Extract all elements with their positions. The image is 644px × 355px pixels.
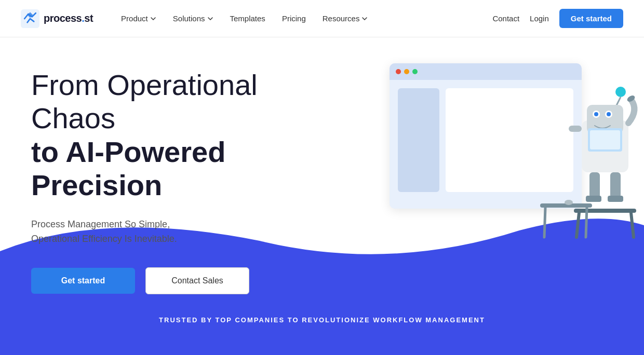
nav-product-label: Product (121, 14, 148, 23)
hero-title-line1: From Operational Chaos (31, 69, 258, 134)
get-started-nav-button[interactable]: Get started (559, 9, 623, 28)
hero-title-line3: Precision (31, 169, 162, 201)
hero-subtitle: Process Management So Simple, Operationa… (31, 217, 322, 247)
svg-line-23 (586, 208, 587, 237)
chevron-down-icon (207, 16, 213, 22)
browser-dot-green (412, 69, 418, 74)
trusted-banner: TRUSTED BY TOP COMPANIES TO REVOLUTIONIZ… (0, 285, 644, 355)
nav-item-pricing[interactable]: Pricing (275, 10, 313, 27)
chevron-down-icon (150, 16, 156, 22)
hero-illustration (369, 53, 644, 307)
nav-resources-label: Resources (323, 14, 360, 23)
navigation: process.st Product Solutions Templates P… (0, 0, 644, 37)
nav-item-solutions[interactable]: Solutions (166, 10, 221, 27)
svg-rect-15 (610, 172, 621, 198)
hero-content: From Operational Chaos to AI-Powered Pre… (0, 37, 353, 294)
chevron-down-icon (361, 16, 368, 22)
login-link[interactable]: Login (530, 14, 549, 23)
svg-line-20 (631, 213, 634, 237)
nav-item-resources[interactable]: Resources (315, 10, 375, 27)
svg-line-22 (544, 208, 545, 237)
hero-title: From Operational Chaos to AI-Powered Pre… (31, 69, 322, 202)
nav-right: Contact Login Get started (492, 9, 623, 28)
svg-point-9 (607, 112, 611, 116)
nav-templates-label: Templates (230, 14, 265, 23)
svg-rect-18 (574, 209, 636, 213)
svg-rect-16 (586, 196, 601, 202)
hero-subtitle-line1: Process Management So Simple, (31, 219, 170, 229)
svg-point-8 (594, 112, 598, 116)
nav-solutions-label: Solutions (173, 14, 205, 23)
browser-sidebar-mock (398, 88, 439, 192)
robot-illustration (530, 84, 644, 240)
nav-item-product[interactable]: Product (114, 10, 164, 27)
svg-rect-10 (569, 126, 582, 132)
contact-link[interactable]: Contact (492, 14, 519, 23)
trusted-label: TRUSTED BY TOP COMPANIES TO REVOLUTIONIZ… (159, 316, 485, 324)
svg-point-24 (565, 200, 573, 205)
browser-dot-yellow (404, 69, 409, 74)
logo-wordmark: process.st (44, 12, 93, 24)
hero-subtitle-line2: Operational Efficiency Is Inevitable. (31, 234, 177, 244)
svg-rect-13 (590, 130, 620, 149)
svg-rect-17 (608, 196, 623, 202)
svg-rect-14 (589, 172, 600, 198)
nav-pricing-label: Pricing (282, 14, 306, 23)
browser-bar (390, 63, 582, 80)
logo[interactable]: process.st (21, 9, 93, 28)
svg-line-19 (576, 213, 579, 237)
logo-icon (21, 9, 39, 28)
hero-title-line2: to AI-Powered (31, 135, 225, 168)
hero-section: TRUSTED BY TOP COMPANIES TO REVOLUTIONIZ… (0, 37, 644, 355)
nav-item-templates[interactable]: Templates (223, 10, 273, 27)
svg-point-2 (615, 87, 626, 97)
nav-links: Product Solutions Templates Pricing Reso… (114, 10, 492, 27)
browser-dot-red (396, 69, 401, 74)
